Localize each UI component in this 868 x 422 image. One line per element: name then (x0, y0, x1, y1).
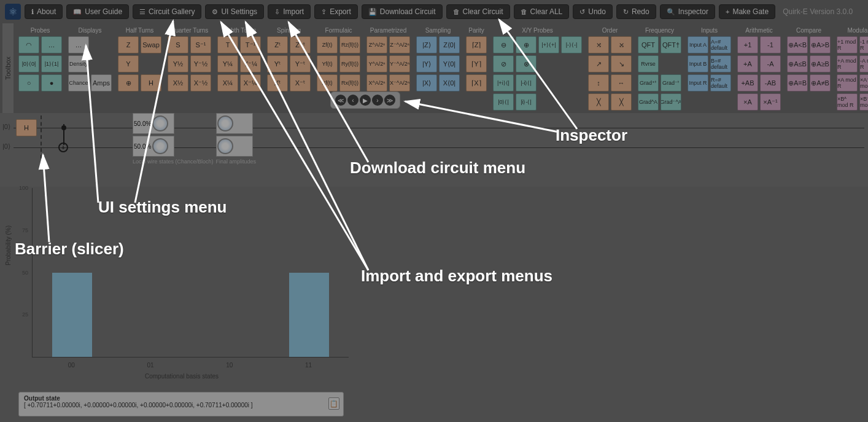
clear-circuit-button[interactable]: 🗑Clear Circuit (446, 4, 510, 19)
gate-tile[interactable]: ╳ (611, 93, 632, 111)
gate-tile[interactable]: ⊕ (516, 36, 537, 53)
gate-tile[interactable]: T⁻¹ (240, 36, 261, 53)
gate-tile[interactable]: ⊕A<B (787, 36, 808, 53)
gate-tile[interactable]: ⌈Z⌉ (466, 36, 487, 53)
gate-tile[interactable]: Zᵗ (267, 36, 288, 53)
gate-tile[interactable]: ⊕A=B (787, 74, 808, 92)
gate-tile[interactable]: ⊘ (493, 55, 514, 72)
gate-tile[interactable]: |+⟩⟨+| (538, 36, 559, 53)
gate-tile[interactable]: +1 mod R (837, 36, 858, 53)
gate-tile[interactable]: |Y⟩ (416, 55, 437, 72)
gate-tile[interactable]: Yᵗ (267, 55, 288, 72)
gate-tile[interactable]: Y¼ (217, 55, 238, 72)
gate-tile[interactable]: Rx(f(t)) (339, 74, 360, 92)
inspector-button[interactable]: 🔍Inspector (660, 4, 715, 19)
gate-tile[interactable]: Z⁻ᵗ (290, 36, 311, 53)
circuit-gallery-button[interactable]: ☰Circuit Gallery (133, 4, 201, 19)
gate-tile[interactable]: ○ (18, 74, 39, 92)
gate-tile[interactable]: -A mod R (859, 55, 868, 72)
gate-tile[interactable]: |X⟩ (416, 74, 437, 92)
gate-tile[interactable]: +AB (737, 74, 758, 92)
gate-tile[interactable]: ⤩ (611, 36, 632, 53)
undo-button[interactable]: ↺Undo (573, 4, 613, 19)
user-guide-button[interactable]: 📖User Guide (66, 4, 129, 19)
gate-tile[interactable]: H (141, 74, 161, 92)
playback-play[interactable]: ▶ (360, 95, 371, 106)
gate-tile[interactable]: |0⟩⟨| (493, 93, 514, 111)
gate-tile[interactable]: -1 (760, 36, 781, 53)
gate-tile[interactable]: X⁻¼ (240, 74, 261, 92)
playback-step-fwd[interactable]: › (372, 95, 383, 106)
gate-tile[interactable]: |1⟩⟨1| (41, 55, 62, 72)
gate-tile[interactable]: R=# default (710, 74, 731, 92)
gate-tile[interactable]: |-i⟩⟨| (516, 74, 537, 92)
gate-tile[interactable]: X⁻^A/2ⁿ (389, 74, 410, 92)
gate-tile[interactable]: |+i⟩⟨| (493, 74, 514, 92)
about-button[interactable]: ℹAbout (25, 4, 63, 19)
gate-tile[interactable]: X⁻½ (190, 74, 211, 92)
redo-button[interactable]: ↻Redo (616, 4, 656, 19)
gate-tile[interactable]: Rz(f(t)) (339, 36, 360, 53)
gate-tile[interactable]: ×A (737, 93, 758, 111)
gate-tile[interactable]: Z⁻^A/2ⁿ (389, 36, 410, 53)
gate-tile[interactable]: ◠ (18, 36, 39, 53)
gate-tile[interactable]: Density (68, 55, 89, 72)
gate-tile[interactable]: X½ (168, 74, 188, 92)
chance-bloch-q1[interactable]: 50.0% (133, 136, 174, 157)
gate-tile[interactable]: ×B⁻ᴬ mod R (859, 93, 868, 111)
copy-output-button[interactable]: 📋 (328, 397, 339, 410)
gate-tile[interactable]: +A (737, 55, 758, 72)
gate-tile[interactable]: -AB (760, 74, 781, 92)
gate-tile[interactable]: Chance (68, 74, 89, 92)
gate-tile[interactable]: |i⟩-⟨| (516, 93, 537, 111)
app-logo[interactable]: ⚛ (5, 4, 21, 20)
gate-tile[interactable]: ⌈X⌉ (466, 74, 487, 92)
gate-tile[interactable]: ⤨ (588, 36, 609, 53)
gate-tile[interactable]: Input B (688, 55, 708, 72)
gate-tile[interactable]: … (41, 36, 62, 53)
gate-tile[interactable]: Grad^A (638, 93, 659, 111)
clear-all-button[interactable]: 🗑Clear ALL (514, 4, 570, 19)
gate-tile[interactable]: ×A⁻¹ (760, 93, 781, 111)
playback-fwd-full[interactable]: ≫ (384, 95, 395, 106)
gate-tile[interactable]: X⟨0| (439, 74, 460, 92)
amp-display-q1[interactable] (216, 136, 253, 157)
gate-tile[interactable]: B=# default (710, 55, 731, 72)
gate-tile[interactable]: S (168, 36, 188, 53)
gate-tile[interactable]: … (68, 36, 89, 53)
gate-tile[interactable]: Rvrse (638, 55, 659, 72)
export-button[interactable]: ⇪Export (314, 4, 358, 19)
gate-tile[interactable]: ⊖ (493, 36, 514, 53)
gate-tile[interactable]: Xᵗ (267, 74, 288, 92)
circuit-canvas[interactable]: |0⟩ H |0⟩ + 50.0% 50.0% Local wire state… (0, 113, 868, 187)
gate-tile[interactable]: Zf(t) (317, 36, 338, 53)
gate-tile[interactable]: +1 (737, 36, 758, 53)
gate-tile[interactable]: Yf(t) (317, 55, 338, 72)
gate-tile[interactable]: ↗ (588, 55, 609, 72)
gate-tile[interactable]: Y (118, 55, 139, 72)
gate-tile[interactable]: ⊕A≠B (810, 74, 831, 92)
gate-tile[interactable]: |-⟩⟨-| (561, 36, 582, 53)
gate-tile[interactable]: Y⁻^A/2ⁿ (389, 55, 410, 72)
gate-tile[interactable]: X¼ (217, 74, 238, 92)
gate-tile[interactable]: Input A (688, 36, 708, 53)
gate-tile[interactable]: Z (118, 36, 139, 53)
gate-tile[interactable]: Xf(t) (317, 74, 338, 92)
amp-display-q0[interactable] (216, 113, 253, 134)
gate-tile[interactable]: +A mod R (837, 55, 858, 72)
gate-tile[interactable]: X^A/2ⁿ (366, 74, 387, 92)
ui-settings-button[interactable]: ⚙UI Settings (205, 4, 264, 19)
gate-tile[interactable]: ⌈Y⌉ (466, 55, 487, 72)
gate-tile[interactable]: ×A⁻¹ mod R (859, 74, 868, 92)
gate-tile[interactable]: ● (41, 74, 62, 92)
gate-tile[interactable]: Ry(f(t)) (339, 55, 360, 72)
gate-tile[interactable]: A=# default (710, 36, 731, 53)
import-button[interactable]: ⇩Import (268, 4, 311, 19)
gate-tile[interactable]: X⁻ᵗ (290, 74, 311, 92)
download-circuit-button[interactable]: 💾Download Circuit (362, 4, 443, 19)
gate-tile[interactable]: ⊕A≤B (787, 55, 808, 72)
gate-tile[interactable]: Y⟨0| (439, 55, 460, 72)
gate-tile[interactable]: ⊕A>B (810, 36, 831, 53)
gate-tile[interactable]: Y⁻½ (190, 55, 211, 72)
gate-tile[interactable]: QFT† (661, 36, 681, 53)
